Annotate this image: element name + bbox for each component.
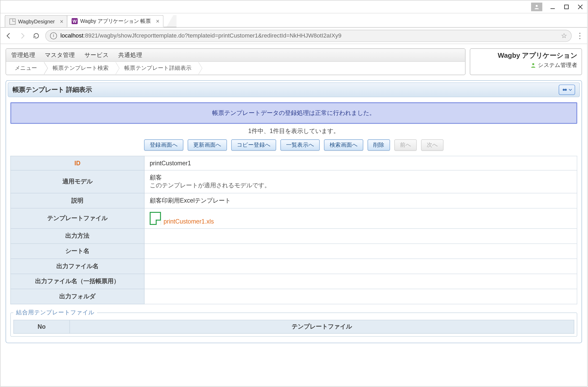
app-title: Wagby アプリケーション [475, 51, 578, 61]
breadcrumb: メニュー 帳票テンプレート検索 帳票テンプレート詳細表示 [6, 62, 465, 75]
merge-table: No テンプレートファイル [13, 320, 574, 334]
file-icon [150, 212, 161, 225]
tab-title: Wagby アプリケーション 帳票 [80, 18, 151, 25]
merge-legend: 結合用テンプレートファイル [13, 309, 97, 316]
maximize-button[interactable] [560, 0, 574, 13]
document-icon [9, 18, 15, 24]
menu-master[interactable]: マスタ管理 [45, 51, 75, 59]
action-buttons: 登録画面へ 更新画面へ コピー登録へ 一覧表示へ 検索画面へ 削除 前へ 次へ [8, 139, 580, 151]
value-outmethod [144, 229, 577, 244]
app-identity-box: Wagby アプリケーション システム管理者 [470, 48, 582, 75]
detail-panel: 帳票テンプレート 詳細表示 帳票テンプレートデータの登録処理は正常に行われました… [6, 80, 582, 343]
delete-button[interactable]: 削除 [368, 139, 390, 151]
menu-admin[interactable]: 管理処理 [11, 51, 35, 59]
svg-point-6 [563, 89, 565, 91]
tab-title: WagbyDesigner [18, 18, 55, 24]
value-template-file: printCustomer1.xls [144, 208, 577, 229]
copy-button[interactable]: コピー登録へ [231, 139, 276, 151]
value-model: 顧客 このテンプレートが適用されるモデルです。 [144, 170, 577, 193]
value-desc: 顧客印刷用Excelテンプレート [144, 193, 577, 208]
menu-service[interactable]: サービス [84, 51, 109, 59]
svg-point-7 [565, 89, 567, 91]
register-button[interactable]: 登録画面へ [144, 139, 183, 151]
value-outfolder [144, 289, 577, 304]
success-message: 帳票テンプレートデータの登録処理は正常に行われました。 [10, 102, 577, 124]
browser-tab-inactive[interactable]: WagbyDesigner × [5, 15, 67, 27]
panel-actions-button[interactable] [559, 84, 575, 95]
svg-rect-2 [564, 5, 568, 9]
svg-point-0 [536, 5, 538, 7]
breadcrumb-current: 帳票テンプレート詳細表示 [116, 62, 199, 75]
close-tab-icon[interactable]: × [60, 18, 63, 25]
value-sheet [144, 244, 577, 259]
label-outmethod: 出力方法 [10, 229, 144, 244]
menu-common[interactable]: 共通処理 [118, 51, 142, 59]
breadcrumb-menu[interactable]: メニュー [6, 62, 44, 75]
forward-button[interactable] [18, 31, 27, 40]
next-button: 次へ [421, 139, 444, 151]
label-sheet: シート名 [10, 244, 144, 259]
browser-tab-active[interactable]: W Wagby アプリケーション 帳票 × [67, 15, 163, 27]
label-id: ID [10, 156, 144, 170]
detail-table: ID printCustomer1 適用モデル 顧客 このテンプレートが適用され… [10, 156, 577, 304]
label-outfile: 出力ファイル名 [10, 259, 144, 274]
label-model: 適用モデル [10, 170, 144, 193]
breadcrumb-search[interactable]: 帳票テンプレート検索 [44, 62, 116, 75]
update-button[interactable]: 更新画面へ [188, 139, 227, 151]
back-button[interactable] [4, 31, 13, 40]
label-outfolder: 出力フォルダ [10, 289, 144, 304]
value-id: printCustomer1 [144, 156, 577, 170]
url-text: localhost:8921/wagby/showJfcreporttempla… [60, 32, 341, 39]
user-icon [530, 62, 536, 68]
address-bar[interactable]: i localhost:8921/wagby/showJfcreporttemp… [45, 30, 572, 42]
site-info-icon[interactable]: i [50, 32, 57, 39]
browser-menu-button[interactable]: ⋮ [576, 31, 584, 40]
browser-toolbar: i localhost:8921/wagby/showJfcreporttemp… [1, 28, 587, 44]
label-template-file: テンプレートファイル [10, 208, 144, 229]
label-desc: 説明 [10, 193, 144, 208]
value-outfile-bulk [144, 274, 577, 289]
wagby-favicon-icon: W [72, 18, 78, 24]
svg-point-5 [532, 63, 534, 65]
new-tab-area[interactable] [163, 15, 176, 27]
bookmark-star-icon[interactable]: ☆ [561, 31, 567, 40]
minimize-button[interactable] [546, 0, 560, 13]
user-avatar-icon[interactable] [531, 2, 542, 11]
panel-title: 帳票テンプレート 詳細表示 [13, 86, 92, 94]
global-menu: 管理処理 マスタ管理 サービス 共通処理 [6, 49, 465, 62]
prev-button: 前へ [394, 139, 417, 151]
reload-button[interactable] [31, 31, 41, 40]
app-header: 管理処理 マスタ管理 サービス 共通処理 メニュー 帳票テンプレート検索 帳票テ… [6, 48, 466, 75]
search-button[interactable]: 検索画面へ [324, 139, 363, 151]
label-outfile-bulk: 出力ファイル名（一括帳票用） [10, 274, 144, 289]
merge-template-fieldset: 結合用テンプレートファイル No テンプレートファイル [10, 309, 577, 337]
browser-tabs: WagbyDesigner × W Wagby アプリケーション 帳票 × [1, 13, 587, 28]
close-tab-icon[interactable]: × [156, 18, 159, 24]
record-count: 1件中、1件目を表示しています。 [8, 127, 580, 135]
template-file-link[interactable]: printCustomer1.xls [163, 218, 214, 225]
value-outfile [144, 259, 577, 274]
list-button[interactable]: 一覧表示へ [280, 139, 320, 151]
close-window-button[interactable] [573, 0, 587, 13]
col-file: テンプレートファイル [70, 320, 574, 333]
window-titlebar [1, 1, 587, 13]
col-no: No [14, 320, 70, 333]
current-user: システム管理者 [538, 61, 577, 69]
